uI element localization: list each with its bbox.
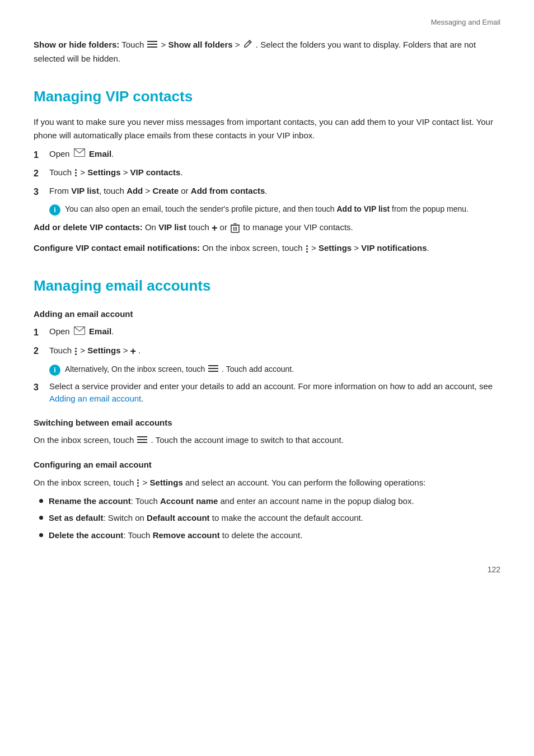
- adding-heading: Adding an email account: [34, 308, 500, 321]
- switching-text: On the inbox screen, touch . Touch the a…: [34, 433, 500, 447]
- configuring-heading: Configuring an email account: [34, 459, 500, 472]
- edit-icon: [243, 39, 252, 52]
- email-step-3: 3 Select a service provider and enter yo…: [34, 380, 500, 405]
- vdots-icon-3: [75, 347, 77, 356]
- email-step-1-num: 1: [34, 325, 49, 339]
- step-3-content: From VIP list, touch Add > Create or Add…: [49, 185, 500, 198]
- vip-step-3: 3 From VIP list, touch Add > Create or A…: [34, 185, 500, 199]
- svg-line-3: [249, 41, 250, 43]
- email-note: i Alternatively, On the inbox screen, to…: [49, 363, 500, 376]
- email-step-2-num: 2: [34, 344, 49, 358]
- show-hide-label: Show or hide folders: Touch: [34, 40, 146, 49]
- plus-icon-2: +: [130, 346, 137, 357]
- page-header: Messaging and Email: [34, 17, 500, 28]
- vdots-icon-4: [137, 479, 139, 488]
- info-icon-2: i: [49, 365, 60, 376]
- bullet-rename: Rename the account: Touch Account name a…: [34, 495, 500, 508]
- vdots-icon-2: [306, 244, 308, 253]
- add-delete-vip: Add or delete VIP contacts: On VIP list …: [34, 220, 500, 236]
- switching-heading: Switching between email accounts: [34, 417, 500, 430]
- vip-note-text: You can also open an email, touch the se…: [65, 203, 469, 215]
- vdots-icon: [75, 169, 77, 178]
- email-step-3-content: Select a service provider and enter your…: [49, 380, 500, 405]
- step-2-num: 2: [34, 166, 49, 180]
- vip-section-title: Managing VIP contacts: [34, 86, 500, 108]
- email-section-title: Managing email accounts: [34, 275, 500, 297]
- vip-intro: If you want to make sure you never miss …: [34, 115, 500, 142]
- vip-step-1: 1 Open Email.: [34, 148, 500, 162]
- email-note-text: Alternatively, On the inbox screen, touc…: [65, 363, 294, 376]
- or-text: or: [220, 222, 230, 232]
- vip-step-2: 2 Touch > Settings > VIP contacts.: [34, 166, 500, 180]
- show-hide-section: Show or hide folders: Touch > Show all f…: [34, 38, 500, 66]
- email-step-1-content: Open Email.: [49, 325, 500, 338]
- page-number: 122: [34, 564, 500, 576]
- vip-note: i You can also open an email, touch the …: [49, 203, 500, 216]
- bullet-default: Set as default: Switch on Default accoun…: [34, 512, 500, 525]
- info-icon: i: [49, 204, 60, 216]
- email-envelope-icon: [74, 148, 85, 161]
- step-1-num: 1: [34, 148, 49, 162]
- adding-link[interactable]: Adding an email account: [49, 394, 141, 403]
- show-all-folders-text: > Show all folders >: [161, 40, 242, 49]
- email-icon-2: [74, 326, 85, 339]
- email-step-2: 2 Touch > Settings > + .: [34, 344, 500, 359]
- email-step-1: 1 Open Email.: [34, 325, 500, 339]
- bullet-delete: Delete the account: Touch Remove account…: [34, 529, 500, 542]
- hamburger-icon-2: [208, 364, 218, 376]
- configuring-text: On the inbox screen, touch > Settings an…: [34, 476, 500, 489]
- email-step-3-num: 3: [34, 380, 49, 394]
- step-2-content: Touch > Settings > VIP contacts.: [49, 166, 500, 179]
- bullet-dot-3: [39, 533, 43, 537]
- bullet-dot-1: [39, 499, 43, 503]
- step-3-num: 3: [34, 185, 49, 199]
- email-step-2-content: Touch > Settings > + .: [49, 344, 500, 359]
- trash-icon: [231, 223, 240, 233]
- bullet-default-text: Set as default: Switch on Default accoun…: [49, 512, 363, 525]
- hamburger-icon: [147, 39, 157, 52]
- bullet-rename-text: Rename the account: Touch Account name a…: [49, 495, 414, 508]
- configure-vip: Configure VIP contact email notification…: [34, 241, 500, 255]
- bullet-delete-text: Delete the account: Touch Remove account…: [49, 529, 302, 542]
- hamburger-icon-3: [137, 434, 147, 447]
- plus-icon: +: [212, 222, 218, 234]
- header-text: Messaging and Email: [431, 18, 500, 26]
- step-1-content: Open Email.: [49, 148, 500, 161]
- bullet-dot-2: [39, 516, 43, 520]
